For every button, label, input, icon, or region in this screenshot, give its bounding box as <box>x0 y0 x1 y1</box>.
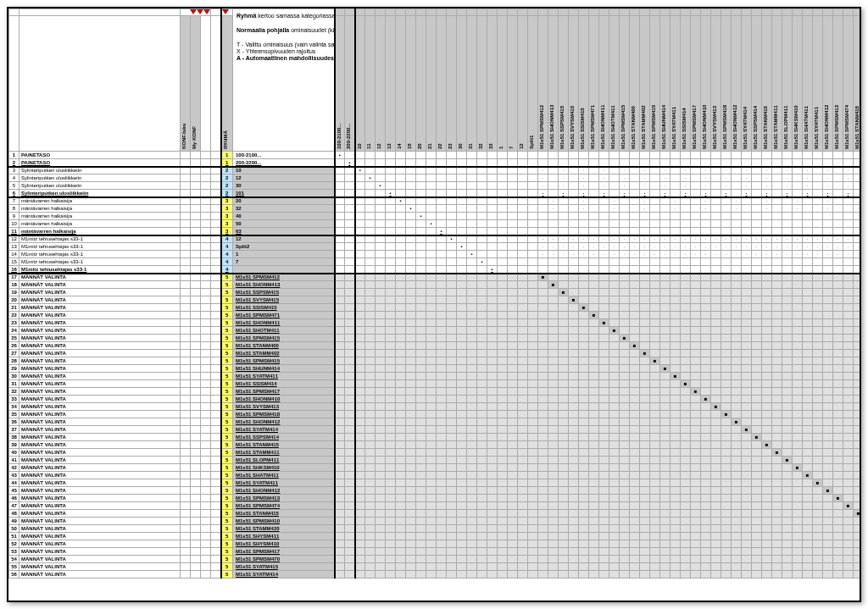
data-cell[interactable]: · <box>660 190 670 197</box>
data-cell[interactable] <box>640 388 650 396</box>
data-cell[interactable] <box>660 464 670 472</box>
flag-cell[interactable] <box>201 190 211 197</box>
data-cell[interactable] <box>569 365 579 373</box>
data-cell[interactable]: · <box>579 235 589 243</box>
data-cell[interactable] <box>477 296 487 304</box>
konf-cell[interactable] <box>181 350 191 357</box>
data-cell[interactable] <box>548 335 559 342</box>
data-cell[interactable] <box>457 426 467 434</box>
data-cell[interactable] <box>670 449 681 457</box>
data-cell[interactable] <box>437 258 447 266</box>
data-cell[interactable] <box>762 342 772 350</box>
data-cell[interactable] <box>386 449 396 457</box>
mykonf-cell[interactable] <box>191 487 201 495</box>
data-cell[interactable] <box>345 335 355 342</box>
data-cell[interactable] <box>579 518 589 525</box>
data-cell[interactable] <box>365 396 376 403</box>
data-cell[interactable] <box>762 487 772 495</box>
data-cell[interactable]: · <box>854 243 861 251</box>
data-cell[interactable] <box>752 266 762 274</box>
data-cell[interactable] <box>508 342 518 350</box>
data-cell[interactable] <box>508 388 518 396</box>
data-cell[interactable] <box>538 403 548 411</box>
data-cell[interactable] <box>599 220 609 228</box>
data-cell[interactable] <box>447 258 457 266</box>
data-cell[interactable] <box>813 380 823 388</box>
data-cell[interactable] <box>782 350 793 357</box>
flag-cell[interactable] <box>201 319 211 327</box>
data-cell[interactable] <box>559 213 569 220</box>
data-cell[interactable] <box>365 357 376 365</box>
data-cell[interactable] <box>365 518 376 525</box>
data-cell[interactable] <box>650 411 660 418</box>
data-cell[interactable] <box>620 548 630 556</box>
data-cell[interactable] <box>681 365 691 373</box>
data-cell[interactable] <box>833 457 843 464</box>
data-cell[interactable] <box>833 312 843 319</box>
data-cell[interactable] <box>650 190 660 197</box>
data-cell[interactable] <box>609 182 620 190</box>
data-cell[interactable] <box>406 495 416 502</box>
data-cell[interactable] <box>782 556 793 563</box>
data-cell[interactable] <box>711 228 721 235</box>
data-cell[interactable] <box>335 235 345 243</box>
data-cell[interactable] <box>670 220 681 228</box>
data-cell[interactable] <box>579 289 589 296</box>
data-cell[interactable] <box>579 357 589 365</box>
data-cell[interactable]: · <box>793 243 803 251</box>
data-cell[interactable] <box>569 403 579 411</box>
data-cell[interactable] <box>620 365 630 373</box>
data-cell[interactable] <box>782 518 793 525</box>
data-cell[interactable]: · <box>762 182 772 190</box>
data-cell[interactable] <box>498 235 508 243</box>
data-cell[interactable]: · <box>823 190 833 197</box>
flag2-cell[interactable] <box>211 457 221 464</box>
data-cell[interactable] <box>335 174 345 182</box>
data-cell[interactable] <box>609 274 620 281</box>
data-cell[interactable] <box>426 159 437 167</box>
data-cell[interactable] <box>701 502 711 510</box>
data-cell[interactable] <box>772 335 782 342</box>
data-cell[interactable] <box>803 411 813 418</box>
data-cell[interactable] <box>437 510 447 518</box>
data-cell[interactable] <box>681 441 691 449</box>
data-cell[interactable] <box>477 235 487 243</box>
data-cell[interactable] <box>752 403 762 411</box>
data-cell[interactable] <box>406 220 416 228</box>
flag2-cell[interactable] <box>211 220 221 228</box>
data-cell[interactable] <box>528 434 538 441</box>
data-cell[interactable] <box>752 525 762 533</box>
data-cell[interactable] <box>345 548 355 556</box>
data-cell[interactable] <box>477 487 487 495</box>
data-cell[interactable] <box>650 418 660 426</box>
data-cell[interactable] <box>823 152 833 159</box>
data-cell[interactable] <box>569 205 579 213</box>
data-cell[interactable] <box>833 205 843 213</box>
data-cell[interactable] <box>477 342 487 350</box>
data-cell[interactable] <box>498 152 508 159</box>
data-cell[interactable] <box>355 373 365 380</box>
data-cell[interactable] <box>599 479 609 487</box>
data-cell[interactable] <box>711 479 721 487</box>
data-cell[interactable] <box>386 159 396 167</box>
data-cell[interactable] <box>335 296 345 304</box>
data-cell[interactable] <box>569 411 579 418</box>
data-cell[interactable] <box>630 479 640 487</box>
data-cell[interactable] <box>447 296 457 304</box>
data-cell[interactable] <box>386 571 396 579</box>
data-cell[interactable] <box>589 426 599 434</box>
data-cell[interactable] <box>609 357 620 365</box>
data-cell[interactable] <box>518 571 528 579</box>
data-cell[interactable] <box>772 403 782 411</box>
data-cell[interactable] <box>426 533 437 540</box>
data-cell[interactable] <box>376 220 386 228</box>
data-cell[interactable] <box>670 190 681 197</box>
data-cell[interactable] <box>406 235 416 243</box>
mykonf-cell[interactable] <box>191 296 201 304</box>
data-cell[interactable] <box>559 205 569 213</box>
data-cell[interactable] <box>793 228 803 235</box>
data-cell[interactable] <box>538 518 548 525</box>
data-cell[interactable] <box>803 510 813 518</box>
data-cell[interactable] <box>548 563 559 571</box>
data-cell[interactable] <box>813 434 823 441</box>
